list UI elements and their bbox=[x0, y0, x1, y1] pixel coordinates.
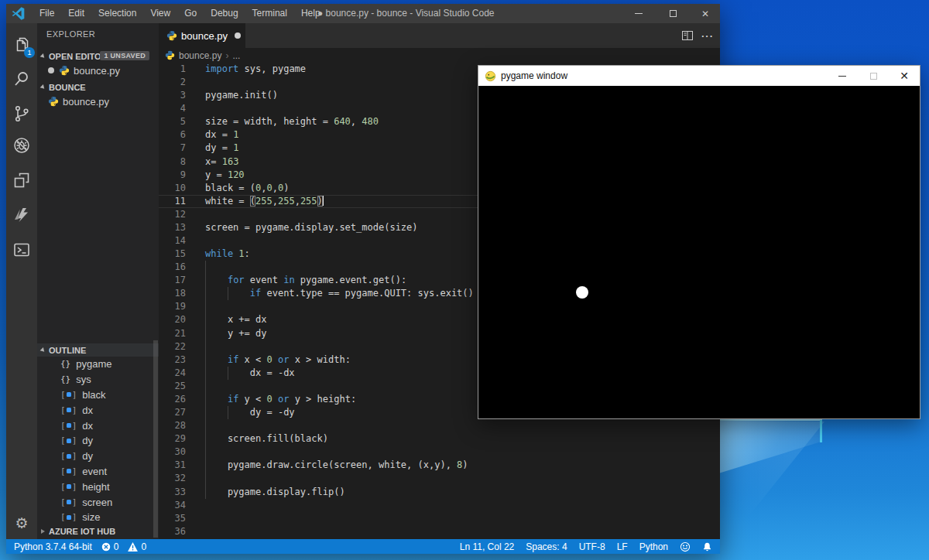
pygame-maximize-button[interactable] bbox=[866, 66, 881, 86]
code-line-36[interactable]: 36 bbox=[159, 525, 720, 538]
source-control-icon[interactable] bbox=[6, 98, 37, 129]
line-number: 1 bbox=[159, 63, 186, 76]
open-editor-item[interactable]: bounce.py bbox=[37, 63, 159, 77]
line-number: 34 bbox=[159, 499, 186, 512]
menu-debug[interactable]: Debug bbox=[204, 4, 245, 23]
outline-item-screen[interactable]: []screen bbox=[37, 494, 159, 510]
code-text: if event.type == pygame.QUIT: sys.exit() bbox=[205, 287, 474, 300]
menu-go[interactable]: Go bbox=[177, 4, 204, 23]
menu-file[interactable]: File bbox=[33, 4, 61, 23]
line-number: 24 bbox=[159, 367, 186, 380]
error-icon bbox=[101, 542, 111, 551]
outline-item-dx[interactable]: []dx bbox=[37, 402, 159, 418]
python-interpreter-status[interactable]: Python 3.7.4 64-bit bbox=[14, 541, 92, 552]
python-file-icon bbox=[166, 30, 177, 41]
status-bar: Python 3.7.4 64-bit 0 0 Ln 11, Col 22Spa… bbox=[6, 539, 720, 554]
variable-icon: [] bbox=[60, 405, 77, 415]
file-tree-item[interactable]: bounce.py bbox=[37, 94, 159, 108]
outline-item-sys[interactable]: {}sys bbox=[37, 372, 159, 388]
outline-item-dx[interactable]: []dx bbox=[37, 418, 159, 433]
pygame-close-button[interactable]: ✕ bbox=[896, 66, 912, 86]
errors-status[interactable]: 0 bbox=[101, 541, 119, 552]
code-line-30[interactable]: 30 bbox=[159, 446, 720, 459]
code-text: y = 120 bbox=[205, 169, 245, 182]
outline-item-label: sys bbox=[76, 374, 91, 385]
search-icon[interactable] bbox=[6, 63, 37, 94]
code-text: dy = -dy bbox=[205, 406, 295, 419]
outline-item-label: height bbox=[82, 481, 109, 493]
variable-icon: [] bbox=[60, 435, 77, 446]
azure-iot-hub-header[interactable]: AZURE IOT HUB bbox=[37, 524, 159, 538]
code-line-32[interactable]: 32 bbox=[159, 472, 720, 485]
line-number: 16 bbox=[159, 261, 186, 274]
menu-view[interactable]: View bbox=[143, 4, 177, 23]
azure-icon[interactable] bbox=[6, 200, 37, 230]
tab-bounce-py[interactable]: bounce.py bbox=[159, 23, 245, 48]
code-text: dx = -dx bbox=[205, 367, 295, 380]
outline-item-dy[interactable]: []dy bbox=[37, 433, 159, 449]
outline-item-label: pygame bbox=[76, 358, 111, 370]
status-spaces-4[interactable]: Spaces: 4 bbox=[526, 541, 567, 552]
code-line-33[interactable]: 33 pygame.display.flip() bbox=[159, 486, 720, 499]
vscode-titlebar[interactable]: FileEditSelectionViewGoDebugTerminalHelp… bbox=[6, 4, 720, 23]
indent-guide bbox=[205, 446, 206, 459]
debug-icon[interactable] bbox=[6, 130, 37, 161]
code-line-35[interactable]: 35 bbox=[159, 512, 720, 525]
open-editors-header[interactable]: OPEN EDITORS 1 UNSAVED bbox=[37, 50, 159, 63]
code-line-29[interactable]: 29 screen.fill(black) bbox=[159, 432, 720, 446]
line-number: 23 bbox=[159, 353, 186, 367]
activity-bar: 1⚙ bbox=[6, 23, 37, 539]
pygame-titlebar[interactable]: pygame window ✕ bbox=[478, 66, 920, 86]
code-text: size = width, height = 640, 480 bbox=[205, 115, 379, 128]
line-number: 22 bbox=[159, 340, 186, 353]
menu-edit[interactable]: Edit bbox=[61, 4, 91, 23]
extensions-icon[interactable] bbox=[6, 165, 37, 196]
sidebar-title: EXPLORER bbox=[46, 29, 95, 39]
warnings-status[interactable]: 0 bbox=[128, 541, 146, 552]
code-line-31[interactable]: 31 pygame.draw.circle(screen, white, (x,… bbox=[159, 459, 720, 472]
line-number: 25 bbox=[159, 380, 186, 393]
status-lf[interactable]: LF bbox=[617, 541, 628, 552]
smiley-icon[interactable] bbox=[680, 541, 691, 552]
code-line-28[interactable]: 28 bbox=[159, 419, 720, 432]
menu-selection[interactable]: Selection bbox=[91, 4, 143, 23]
line-number: 5 bbox=[159, 115, 186, 128]
split-editor-icon[interactable] bbox=[681, 29, 694, 42]
maximize-button[interactable] bbox=[666, 4, 680, 23]
close-button[interactable]: ✕ bbox=[698, 4, 712, 23]
gear-icon[interactable]: ⚙ bbox=[6, 507, 37, 538]
line-number: 11 bbox=[159, 195, 186, 208]
bell-icon[interactable] bbox=[702, 541, 712, 552]
line-number: 28 bbox=[159, 419, 186, 432]
outline-item-dy[interactable]: []dy bbox=[37, 449, 159, 464]
outline-item-black[interactable]: []black bbox=[37, 388, 159, 403]
chevron-collapsed-icon bbox=[41, 529, 45, 534]
status-ln-11-col-22[interactable]: Ln 11, Col 22 bbox=[460, 541, 515, 552]
status-python[interactable]: Python bbox=[639, 541, 668, 552]
terminal-icon[interactable] bbox=[6, 234, 37, 265]
dirty-dot-icon bbox=[235, 32, 241, 39]
variable-icon: [] bbox=[60, 497, 77, 507]
line-number: 7 bbox=[159, 142, 186, 155]
outline-item-size[interactable]: []size bbox=[37, 510, 159, 525]
code-line-34[interactable]: 34 bbox=[159, 499, 720, 512]
menu-terminal[interactable]: Terminal bbox=[245, 4, 294, 23]
outline-header[interactable]: OUTLINE bbox=[37, 343, 159, 357]
pygame-minimize-button[interactable] bbox=[835, 66, 850, 86]
outline-item-height[interactable]: []height bbox=[37, 479, 159, 494]
text-cursor bbox=[323, 196, 324, 206]
status-utf-8[interactable]: UTF-8 bbox=[579, 541, 605, 552]
folder-header[interactable]: BOUNCE bbox=[37, 80, 159, 94]
python-file-icon bbox=[59, 65, 70, 76]
more-actions-icon[interactable]: ··· bbox=[701, 30, 714, 42]
code-text: while 1: bbox=[205, 248, 250, 261]
python-file-icon bbox=[165, 50, 175, 60]
chevron-expanded-icon bbox=[40, 53, 46, 60]
minimize-button[interactable] bbox=[632, 4, 646, 23]
sidebar-scrollbar[interactable] bbox=[153, 340, 158, 538]
outline-item-pygame[interactable]: {}pygame bbox=[37, 357, 159, 372]
files-icon[interactable]: 1 bbox=[6, 29, 37, 60]
breadcrumb[interactable]: bounce.py › ... bbox=[159, 48, 720, 63]
outline-item-event[interactable]: []event bbox=[37, 464, 159, 480]
line-number: 36 bbox=[159, 525, 186, 538]
